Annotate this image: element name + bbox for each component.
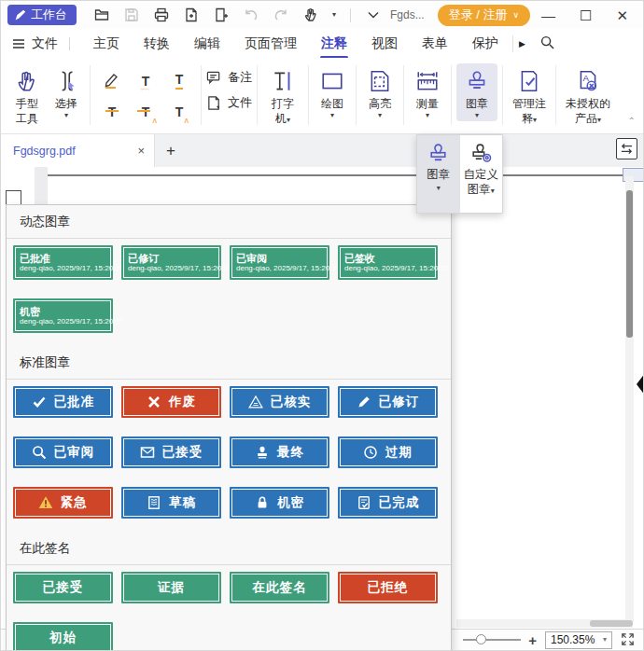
zoom-slider[interactable]: + <box>463 633 537 647</box>
text-markup-group: T﹏ T T Tʌ Tʌ <box>95 65 196 127</box>
menu-item-4[interactable]: 注释 <box>309 30 359 58</box>
manage-comments-button[interactable]: 管理注释▾ <box>508 63 551 128</box>
menu-item-5[interactable]: 视图 <box>359 30 410 58</box>
toolbar-divider <box>356 65 357 125</box>
open-folder-icon[interactable] <box>93 7 109 23</box>
stamp-在此签名[interactable]: 在此签名 <box>230 572 329 603</box>
toolbar-collapse-icon[interactable]: ⌃ <box>628 116 636 126</box>
stamp-已接受[interactable]: 已接受 <box>121 436 221 468</box>
typewriter-label: 打字机▾ <box>268 97 297 126</box>
new-tab-button[interactable]: + <box>155 134 187 167</box>
envelope-icon <box>140 445 155 460</box>
stamp-已修订[interactable]: 已修订 <box>338 386 438 418</box>
file-attach-button[interactable]: 文件 <box>206 94 252 111</box>
workspace-button[interactable]: 工作台 <box>7 5 77 25</box>
strikethrough-icon[interactable]: T <box>95 96 129 127</box>
stamp-已拒绝[interactable]: 已拒绝 <box>338 572 438 603</box>
stamp-已接受[interactable]: 已接受 <box>13 572 113 603</box>
zoom-slider-handle[interactable] <box>476 634 486 644</box>
stamp-icon <box>465 65 489 97</box>
stamp-已核实[interactable]: 已核实 <box>230 386 329 418</box>
undo-icon[interactable] <box>243 7 259 23</box>
horizontal-scrollbar[interactable] <box>456 619 633 628</box>
vertical-scrollbar-thumb[interactable] <box>626 190 633 338</box>
vertical-scrollbar[interactable] <box>625 176 634 622</box>
dynamic-stamp-已审阅[interactable]: 已审阅deng-qiao, 2025/9/17, 15:20:37 <box>230 245 329 280</box>
typewriter-button[interactable]: 打字机▾ <box>262 63 303 128</box>
underline-text-icon[interactable]: T <box>162 65 196 96</box>
redo-icon[interactable] <box>273 7 288 23</box>
dropdown-custom-stamp-item[interactable]: 自定义图章▾ <box>460 135 503 213</box>
stamp-grid: 已批准作废已核实已修订已审阅已接受最终过期紧急草稿机密已完成 <box>7 380 451 532</box>
menu-item-7[interactable]: 保护 <box>460 30 511 58</box>
stamp-机密[interactable]: 机密 <box>230 487 329 519</box>
stamp-button[interactable]: 图章 ▾ <box>456 63 497 121</box>
manage-comments-icon <box>517 65 541 97</box>
highlighter-icon[interactable] <box>95 65 129 96</box>
dropdown-stamp-item[interactable]: 图章 ▾ <box>417 135 460 213</box>
dynamic-stamp-机密[interactable]: 机密deng-qiao, 2025/9/17, 15:20:37 <box>13 298 113 333</box>
menu-overflow-button[interactable]: ▶ <box>512 35 531 52</box>
hand-drag-caret[interactable]: ▾ <box>332 11 336 19</box>
file-menu[interactable]: 文件 <box>12 35 58 52</box>
document-tab[interactable]: Fgdsgrg.pdf × <box>1 134 155 167</box>
fullscreen-icon[interactable] <box>621 632 636 647</box>
menu-item-3[interactable]: 页面管理 <box>232 30 309 58</box>
stamp-过期[interactable]: 过期 <box>338 436 438 468</box>
stamp-作废[interactable]: 作废 <box>121 386 221 418</box>
insert-text-icon[interactable]: Tʌ <box>162 96 196 127</box>
measure-button[interactable]: 测量 ▾ <box>409 63 446 121</box>
draw-button[interactable]: 绘图 ▾ <box>314 63 351 121</box>
zoom-level-select[interactable]: 150.35% ▾ <box>545 631 612 649</box>
login-label: 登录 / 注册 <box>449 7 508 23</box>
stamp-已审阅[interactable]: 已审阅 <box>13 436 113 468</box>
stamp-最终[interactable]: 最终 <box>230 436 329 468</box>
done-doc-icon <box>357 495 371 510</box>
menu-item-2[interactable]: 编辑 <box>182 30 232 58</box>
stamp-已批准[interactable]: 已批准 <box>13 386 113 418</box>
chevron-down-icon[interactable] <box>365 7 381 23</box>
zoom-in-button[interactable]: + <box>528 633 537 647</box>
maximize-button[interactable]: ☐ <box>580 8 592 22</box>
replace-text-icon[interactable]: Tʌ <box>129 96 162 127</box>
note-button[interactable]: 备注 <box>206 69 252 86</box>
stamp-证据[interactable]: 证据 <box>121 572 221 603</box>
dynamic-stamp-已签收[interactable]: 已签收deng-qiao, 2025/9/17, 15:20:37 <box>338 245 438 280</box>
new-page-icon[interactable] <box>213 7 229 23</box>
tab-close-icon[interactable]: × <box>137 144 145 158</box>
typewriter-icon <box>271 65 295 97</box>
side-panel-collapse-handle[interactable] <box>637 373 644 395</box>
select-tool-button[interactable]: 选择 ▾ <box>48 63 85 121</box>
highlight-button[interactable]: 高亮 ▾ <box>361 63 399 121</box>
file-menu-label: 文件 <box>32 35 58 52</box>
panel-toggle-button[interactable] <box>616 138 637 159</box>
print-icon[interactable] <box>153 7 169 23</box>
horizontal-scrollbar-thumb[interactable] <box>590 620 633 627</box>
squiggly-underline-icon[interactable]: T﹏ <box>129 65 162 96</box>
unauthorized-product-button[interactable]: A 未授权的产品▾ <box>561 63 615 128</box>
dynamic-stamp-已批准[interactable]: 已批准deng-qiao, 2025/9/17, 15:20:37 <box>13 245 113 280</box>
stamp-初始[interactable]: 初始 <box>13 622 113 651</box>
close-button[interactable]: ✕ <box>616 8 628 22</box>
menu-item-0[interactable]: 主页 <box>81 30 132 58</box>
login-register-button[interactable]: 登录 / 注册 ∨ <box>438 5 530 26</box>
stamp-草稿[interactable]: 草稿 <box>121 487 221 519</box>
stamp-紧急[interactable]: 紧急 <box>13 487 113 519</box>
menu-divider <box>69 37 70 50</box>
stamp-已完成[interactable]: 已完成 <box>338 487 438 519</box>
hand-tool-button[interactable]: 手型工具 <box>7 63 48 128</box>
select-tool-label: 选择 <box>55 97 77 112</box>
zoom-caret-icon: ▾ <box>603 636 607 644</box>
zoom-slider-track[interactable] <box>463 639 521 641</box>
dynamic-stamp-已修订[interactable]: 已修订deng-qiao, 2025/9/17, 15:20:37 <box>121 245 221 280</box>
menu-item-1[interactable]: 转换 <box>132 30 182 58</box>
export-page-icon[interactable] <box>183 7 199 23</box>
magnifier-icon <box>32 445 47 460</box>
minimize-button[interactable]: — <box>541 8 555 22</box>
search-icon[interactable] <box>540 35 554 52</box>
save-icon[interactable] <box>123 7 139 23</box>
hand-drag-icon[interactable] <box>302 7 318 23</box>
menu-item-6[interactable]: 表单 <box>410 30 460 58</box>
file-attach-label: 文件 <box>228 94 252 111</box>
note-bubble-icon <box>206 70 222 86</box>
